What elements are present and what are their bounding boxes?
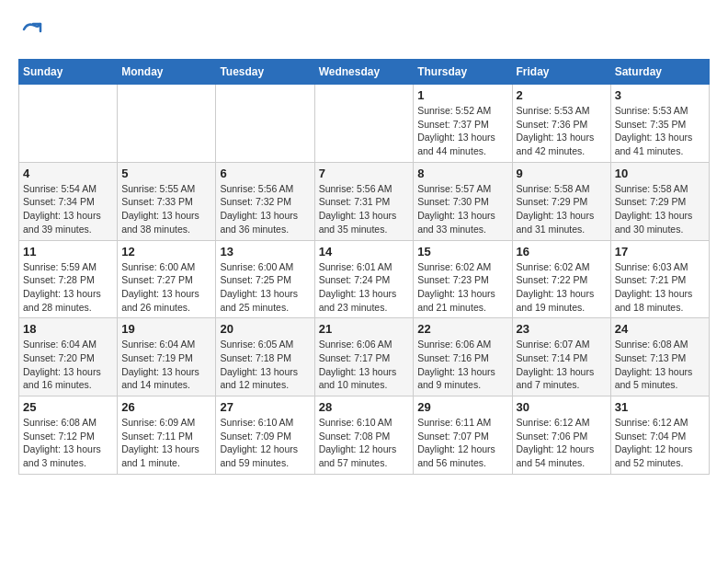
calendar-cell: 12Sunrise: 6:00 AMSunset: 7:27 PMDayligh…: [118, 240, 216, 318]
day-number: 7: [319, 167, 410, 180]
day-info: Sunrise: 6:01 AMSunset: 7:24 PMDaylight:…: [319, 260, 410, 315]
day-of-week-header: Sunday: [19, 60, 118, 85]
calendar-cell: 1Sunrise: 5:52 AMSunset: 7:37 PMDaylight…: [414, 85, 512, 163]
calendar-cell: 4Sunrise: 5:54 AMSunset: 7:34 PMDaylight…: [19, 162, 118, 240]
day-info: Sunrise: 5:57 AMSunset: 7:30 PMDaylight:…: [417, 182, 507, 236]
day-number: 8: [417, 167, 507, 180]
calendar-cell: 27Sunrise: 6:10 AMSunset: 7:09 PMDayligh…: [216, 396, 314, 475]
calendar-cell: 22Sunrise: 6:06 AMSunset: 7:16 PMDayligh…: [414, 318, 512, 396]
day-number: 17: [615, 245, 705, 259]
day-info: Sunrise: 5:54 AMSunset: 7:34 PMDaylight:…: [23, 182, 113, 236]
calendar-cell: 29Sunrise: 6:11 AMSunset: 7:07 PMDayligh…: [414, 396, 512, 475]
day-info: Sunrise: 6:00 AMSunset: 7:25 PMDaylight:…: [220, 260, 310, 315]
day-info: Sunrise: 5:59 AMSunset: 7:28 PMDaylight:…: [23, 260, 113, 315]
day-info: Sunrise: 5:56 AMSunset: 7:32 PMDaylight:…: [220, 182, 310, 236]
calendar-cell: 9Sunrise: 5:58 AMSunset: 7:29 PMDaylight…: [512, 162, 610, 240]
calendar-cell: 19Sunrise: 6:04 AMSunset: 7:19 PMDayligh…: [118, 318, 216, 396]
day-number: 9: [517, 167, 607, 180]
day-info: Sunrise: 6:05 AMSunset: 7:18 PMDaylight:…: [220, 338, 310, 392]
day-info: Sunrise: 6:10 AMSunset: 7:08 PMDaylight:…: [319, 416, 410, 470]
calendar-cell: [216, 85, 314, 163]
day-number: 26: [121, 400, 211, 414]
day-of-week-header: Friday: [512, 60, 610, 85]
day-info: Sunrise: 6:02 AMSunset: 7:22 PMDaylight:…: [517, 260, 607, 315]
day-info: Sunrise: 6:09 AMSunset: 7:11 PMDaylight:…: [121, 416, 211, 470]
calendar-cell: 18Sunrise: 6:04 AMSunset: 7:20 PMDayligh…: [19, 318, 118, 396]
day-of-week-header: Wednesday: [314, 60, 414, 85]
calendar-cell: 26Sunrise: 6:09 AMSunset: 7:11 PMDayligh…: [118, 396, 216, 475]
day-info: Sunrise: 6:11 AMSunset: 7:07 PMDaylight:…: [417, 416, 507, 470]
calendar-cell: 10Sunrise: 5:58 AMSunset: 7:29 PMDayligh…: [610, 162, 709, 240]
calendar-cell: 15Sunrise: 6:02 AMSunset: 7:23 PMDayligh…: [414, 240, 512, 318]
calendar-cell: 7Sunrise: 5:56 AMSunset: 7:31 PMDaylight…: [314, 162, 414, 240]
day-number: 29: [417, 400, 507, 414]
day-info: Sunrise: 6:07 AMSunset: 7:14 PMDaylight:…: [517, 338, 607, 392]
calendar-cell: 5Sunrise: 5:55 AMSunset: 7:33 PMDaylight…: [118, 162, 216, 240]
day-info: Sunrise: 6:04 AMSunset: 7:19 PMDaylight:…: [121, 338, 211, 392]
day-info: Sunrise: 6:06 AMSunset: 7:17 PMDaylight:…: [319, 338, 410, 392]
day-number: 19: [121, 322, 211, 336]
day-info: Sunrise: 6:00 AMSunset: 7:27 PMDaylight:…: [121, 260, 211, 315]
day-info: Sunrise: 5:56 AMSunset: 7:31 PMDaylight:…: [319, 182, 410, 236]
day-number: 24: [615, 322, 705, 336]
calendar-cell: 23Sunrise: 6:07 AMSunset: 7:14 PMDayligh…: [512, 318, 610, 396]
day-number: 16: [517, 245, 607, 259]
day-info: Sunrise: 5:58 AMSunset: 7:29 PMDaylight:…: [615, 182, 705, 236]
calendar-cell: 17Sunrise: 6:03 AMSunset: 7:21 PMDayligh…: [610, 240, 709, 318]
calendar-cell: 24Sunrise: 6:08 AMSunset: 7:13 PMDayligh…: [610, 318, 709, 396]
day-number: 13: [220, 245, 310, 259]
calendar-cell: 21Sunrise: 6:06 AMSunset: 7:17 PMDayligh…: [314, 318, 414, 396]
day-of-week-header: Thursday: [414, 60, 512, 85]
day-number: 5: [121, 167, 211, 180]
day-info: Sunrise: 5:52 AMSunset: 7:37 PMDaylight:…: [417, 104, 507, 158]
day-number: 31: [615, 400, 705, 414]
day-number: 25: [23, 400, 113, 414]
day-info: Sunrise: 6:08 AMSunset: 7:12 PMDaylight:…: [23, 416, 113, 470]
day-number: 6: [220, 167, 310, 180]
calendar-cell: 13Sunrise: 6:00 AMSunset: 7:25 PMDayligh…: [216, 240, 314, 318]
day-number: 28: [319, 400, 410, 414]
day-info: Sunrise: 5:58 AMSunset: 7:29 PMDaylight:…: [517, 182, 607, 236]
calendar-table: SundayMondayTuesdayWednesdayThursdayFrid…: [18, 59, 710, 475]
day-number: 23: [517, 322, 607, 336]
day-number: 4: [23, 167, 113, 180]
day-number: 11: [23, 245, 113, 259]
day-number: 20: [220, 322, 310, 336]
day-number: 22: [417, 322, 507, 336]
calendar-cell: 8Sunrise: 5:57 AMSunset: 7:30 PMDaylight…: [414, 162, 512, 240]
calendar-cell: 28Sunrise: 6:10 AMSunset: 7:08 PMDayligh…: [314, 396, 414, 475]
calendar-cell: 11Sunrise: 5:59 AMSunset: 7:28 PMDayligh…: [19, 240, 118, 318]
logo: [18, 18, 42, 44]
calendar-cell: 30Sunrise: 6:12 AMSunset: 7:06 PMDayligh…: [512, 396, 610, 475]
day-info: Sunrise: 6:12 AMSunset: 7:06 PMDaylight:…: [517, 416, 607, 470]
calendar-cell: 25Sunrise: 6:08 AMSunset: 7:12 PMDayligh…: [19, 396, 118, 475]
day-of-week-header: Monday: [118, 60, 216, 85]
calendar-cell: 6Sunrise: 5:56 AMSunset: 7:32 PMDaylight…: [216, 162, 314, 240]
calendar-cell: 2Sunrise: 5:53 AMSunset: 7:36 PMDaylight…: [512, 85, 610, 163]
calendar-cell: [118, 85, 216, 163]
day-number: 12: [121, 245, 211, 259]
day-info: Sunrise: 6:12 AMSunset: 7:04 PMDaylight:…: [615, 416, 705, 470]
day-info: Sunrise: 6:02 AMSunset: 7:23 PMDaylight:…: [417, 260, 507, 315]
day-number: 14: [319, 245, 410, 259]
calendar-cell: [19, 85, 118, 163]
day-number: 21: [319, 322, 410, 336]
day-info: Sunrise: 6:10 AMSunset: 7:09 PMDaylight:…: [220, 416, 310, 470]
day-info: Sunrise: 6:04 AMSunset: 7:20 PMDaylight:…: [23, 338, 113, 392]
day-number: 30: [517, 400, 607, 414]
day-info: Sunrise: 5:55 AMSunset: 7:33 PMDaylight:…: [121, 182, 211, 236]
day-number: 27: [220, 400, 310, 414]
day-number: 2: [517, 88, 607, 102]
day-number: 18: [23, 322, 113, 336]
calendar-cell: 20Sunrise: 6:05 AMSunset: 7:18 PMDayligh…: [216, 318, 314, 396]
day-info: Sunrise: 6:03 AMSunset: 7:21 PMDaylight:…: [615, 260, 705, 315]
day-of-week-header: Tuesday: [216, 60, 314, 85]
page-header: [18, 18, 710, 44]
calendar-cell: 31Sunrise: 6:12 AMSunset: 7:04 PMDayligh…: [610, 396, 709, 475]
calendar-cell: [314, 85, 414, 163]
day-number: 10: [615, 167, 705, 180]
calendar-cell: 16Sunrise: 6:02 AMSunset: 7:22 PMDayligh…: [512, 240, 610, 318]
calendar-cell: 3Sunrise: 5:53 AMSunset: 7:35 PMDaylight…: [610, 85, 709, 163]
day-number: 15: [417, 245, 507, 259]
day-of-week-header: Saturday: [610, 60, 709, 85]
